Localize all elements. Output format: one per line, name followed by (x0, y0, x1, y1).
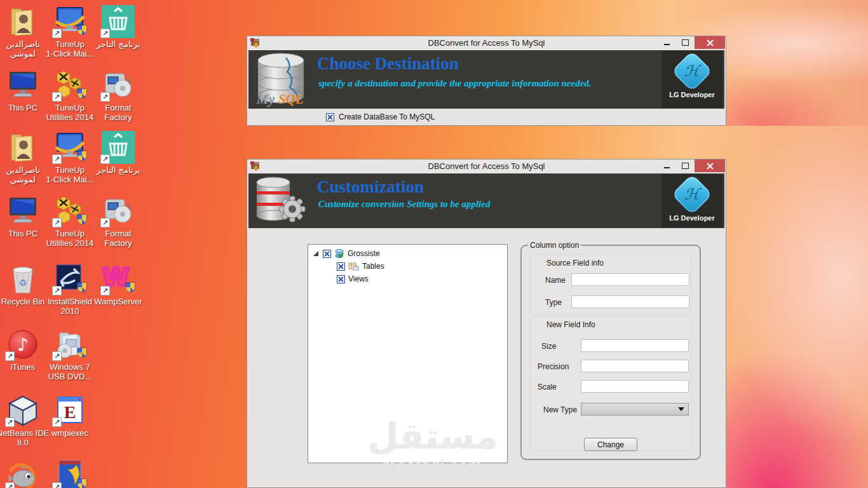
desktop-icon-merchant-program[interactable]: ↗ برنامج التاجر (90, 131, 147, 175)
uac-shield-icon (76, 478, 88, 488)
wizard-header: Customization Customize conversion Setti… (248, 173, 724, 228)
group-title: Column option (528, 241, 581, 250)
desktop-icon-wmpiexec[interactable]: E↗↗ wmpiexec (41, 394, 98, 438)
shortcut-arrow-icon: ↗ (5, 482, 15, 488)
window-choose-destination: DBConvert for Access To MySql My SQL Cho… (247, 36, 726, 126)
svg-text:↗: ↗ (54, 93, 60, 100)
svg-text:↗: ↗ (7, 418, 13, 426)
new-type-dropdown[interactable] (581, 403, 689, 416)
step-subtitle: specify a destination and provide the ap… (318, 78, 592, 89)
uac-shield-icon (76, 88, 88, 99)
object-tree-panel[interactable]: Grossiste Tables Views (308, 244, 508, 463)
shortcut-arrow-icon: ↗ (100, 218, 110, 227)
name-input[interactable] (571, 273, 689, 286)
svg-text:E: E (64, 402, 76, 422)
tables-checkbox[interactable] (337, 262, 345, 271)
desktop-icon-label: برنامج التاجر (90, 165, 147, 175)
shortcut-arrow-icon: ↗ (100, 286, 110, 295)
svg-text:↗: ↗ (54, 418, 60, 426)
desktop-icon-label: wmpiexec (41, 428, 98, 438)
desktop-icon-format-factory[interactable]: ↗ FormatFactory (90, 194, 147, 248)
create-database-checkbox[interactable] (326, 113, 334, 121)
desktop-icon-windows7-usb-dvd[interactable]: ↗ Windows 7USB DVD... (41, 328, 98, 381)
svg-text:♻: ♻ (19, 278, 27, 288)
shortcut-arrow-icon: ↗ (52, 482, 62, 488)
uac-shield-icon (125, 281, 136, 293)
developer-logo-icon: ℋ (671, 50, 712, 92)
titlebar[interactable]: DBConvert for Access To MySql (247, 159, 726, 173)
step-title: Choose Destination (317, 54, 459, 74)
desktop-icon-label: برنامج التاجر (90, 39, 147, 49)
desktop-icon-merchant-program[interactable]: ↗ برنامج التاجر (90, 5, 147, 49)
source-field-title: Source Field info (546, 259, 604, 268)
shortcut-arrow-icon: ↗ (100, 154, 110, 164)
grossiste-checkbox[interactable] (323, 250, 331, 258)
change-button[interactable]: Change (584, 438, 637, 451)
shortcut-arrow-icon: ↗ (100, 29, 110, 38)
tree-item-tables[interactable]: Tables (308, 260, 507, 273)
desktop-icon-label: WampServer (90, 297, 147, 306)
name-label: Name (545, 276, 566, 285)
window-title: DBConvert for Access To MySql (247, 38, 726, 48)
shortcut-arrow-icon: ↗ (52, 417, 62, 427)
shortcut-arrow-icon: ↗ (52, 92, 62, 102)
tree-item-grossiste[interactable]: Grossiste (308, 247, 507, 260)
tree-item-views[interactable]: Views (308, 273, 507, 285)
basket-icon: ↗ (102, 5, 135, 38)
scale-label: Scale (538, 383, 557, 391)
formatfactory-icon: ↗ (102, 194, 135, 227)
tuneup1-icon: ↗ (53, 5, 86, 38)
desktop-icon-format-factory[interactable]: ↗ FormatFactory (90, 69, 147, 122)
precision-input[interactable] (581, 360, 689, 372)
tree-item-label: Grossiste (348, 249, 380, 258)
database-gear-icon (253, 175, 314, 227)
scale-input[interactable] (581, 380, 689, 393)
size-label: Size (541, 342, 556, 351)
size-input[interactable] (581, 339, 689, 352)
fish-icon: ↗↗ (6, 459, 39, 488)
checkbox-check-icon (327, 114, 333, 120)
close-button[interactable] (695, 36, 725, 49)
views-checkbox[interactable] (337, 275, 345, 283)
svg-text:↗: ↗ (54, 219, 60, 226)
shortcut-arrow-icon: ↗ (5, 417, 15, 427)
window-customization: DBConvert for Access To MySql (247, 159, 726, 488)
developer-logo-caption: LG Developer (669, 214, 715, 222)
tree-item-label: Tables (362, 262, 384, 271)
uac-shield-icon (76, 24, 88, 36)
create-database-label: Create DataBase To MySQL (339, 112, 435, 121)
boomerang-icon: ↗ (53, 459, 86, 488)
maximize-button[interactable] (676, 36, 695, 49)
column-option-group: Column option Source Field info Name Typ… (520, 245, 701, 460)
source-field-panel: Source Field info Name Type (531, 254, 691, 314)
svg-text:↗: ↗ (54, 352, 60, 360)
maximize-button[interactable] (676, 159, 695, 172)
expand-arrow-icon[interactable] (313, 251, 318, 256)
minimize-button[interactable] (658, 36, 676, 49)
shortcut-arrow-icon: ↗ (52, 351, 62, 361)
svg-text:↗: ↗ (54, 155, 60, 163)
desktop-icon-boomerang-app[interactable]: ↗ (41, 459, 98, 488)
thispc-icon (6, 194, 39, 227)
tuneup2014-icon: ↗ (53, 194, 86, 227)
step-title: Customization (317, 177, 424, 197)
step-subtitle: Customize conversion Settings to be appl… (318, 199, 490, 210)
tuneup2014-icon: ↗ (53, 69, 86, 102)
tree-item-label: Views (348, 274, 369, 283)
thispc-icon (6, 69, 39, 102)
tables-icon (348, 262, 359, 271)
titlebar[interactable]: DBConvert for Access To MySql (247, 36, 726, 50)
minimize-button[interactable] (658, 159, 676, 172)
type-input[interactable] (571, 295, 689, 308)
desktop-icon-label: Windows 7USB DVD... (41, 362, 98, 381)
window-title: DBConvert for Access To MySql (247, 161, 726, 171)
close-button[interactable] (695, 159, 725, 172)
shortcut-arrow-icon: ↗ (52, 29, 62, 38)
shortcut-arrow-icon: ↗ (5, 351, 15, 361)
svg-text:↗: ↗ (54, 29, 60, 37)
installshield-icon: ↗ (53, 262, 86, 295)
folderuser-icon (6, 5, 39, 38)
desktop-icon-wampserver[interactable]: W↗ WampServer (90, 262, 147, 306)
developer-logo: ℋ LG Developer (661, 51, 722, 108)
checkbox-check-icon (338, 264, 344, 269)
